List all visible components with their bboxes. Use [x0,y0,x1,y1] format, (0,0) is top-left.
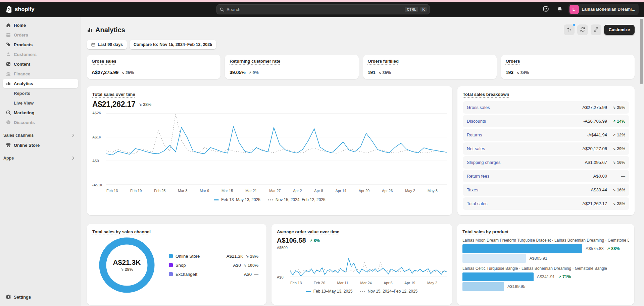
metric-title[interactable]: Returning customer rate [230,59,354,64]
aov-title[interactable]: Average order value over time [277,229,339,234]
sidebar-item-marketing[interactable]: Marketing [3,108,78,117]
solid-line-swatch [214,199,219,200]
account-menu[interactable]: L- Laihas Bohemian Dreami... [568,4,639,15]
aov-delta: ↗ 8% [309,238,320,243]
account-name: Laihas Bohemian Dreami... [582,7,635,12]
metric-title[interactable]: Orders [506,59,630,64]
breakdown-metric-link[interactable]: Taxes [467,187,478,192]
previous-period-bar-row: A$199.95 [462,282,629,291]
breakdown-metric-link[interactable]: Returns [467,132,482,137]
total-sales-line-chart [106,113,447,185]
sidebar-item-orders[interactable]: Orders [3,30,78,40]
fullscreen-button[interactable] [591,24,601,35]
sidebar-section-apps[interactable]: Apps [3,153,78,163]
sidebar-item-label: Settings [14,295,31,300]
channel-name: Online Store [176,254,200,259]
scrollbar[interactable] [640,19,643,304]
x-tick-label: Feb 13 [290,281,302,285]
y-tick-label: A$0 [92,159,99,163]
finance-icon [5,71,11,77]
breakdown-row-taxes: TaxesA$39.44↘ 16% [463,184,629,196]
sidebar-item-reports[interactable]: Reports [3,88,78,98]
orders-icon [5,32,11,38]
date-range-button[interactable]: Last 90 days [87,40,127,49]
product-name: Laihas Celtic Turquoise Bangle · Laihas … [462,266,629,271]
sidekick-button[interactable] [540,4,551,15]
metric-card-returning-customer-rate: Returning customer rate39.05%↗ 9% [225,55,358,79]
x-tick-label: Mar 24 [360,281,371,285]
customers-icon [5,52,11,57]
sidebar-item-live-view[interactable]: Live View [3,98,78,108]
metric-card-orders-fulfilled: Orders fulfilled191↘ 35% [363,55,497,79]
breakdown-metric-link[interactable]: Discounts [467,119,486,124]
page-title: Analytics [95,26,125,34]
previous-period-bar[interactable] [462,282,504,291]
metric-title[interactable]: Orders fulfilled [368,59,492,64]
current-period-bar[interactable] [462,244,582,253]
section-label: Sales channels [3,133,34,138]
notifications-button[interactable] [554,4,565,15]
x-tick-label: May 8 [428,189,438,193]
marketing-icon [5,110,11,116]
customize-button[interactable]: Customize [604,25,635,35]
channel-card-title[interactable]: Total sales by sales channel [92,229,151,234]
total-sales-chart-title[interactable]: Total sales over time [92,92,135,97]
breakdown-metric-link[interactable]: Return fees [467,174,489,179]
global-search[interactable]: CTRL K [216,4,430,14]
breakdown-metric-link[interactable]: Net sales [467,146,485,151]
y-tick-label: A$1K [92,135,101,139]
x-tick-label: Apr 26 [382,189,393,193]
channel-value: A$0 ↘ 100% [233,263,258,268]
bell-icon [557,6,563,13]
sidebar-item-label: Products [14,42,33,47]
aov-value: A$106.58 [277,237,306,244]
product-bars: Laihas Moon Dream Freeform Turquoise Bra… [462,238,629,291]
average-order-value-card: Average order value over time A$106.58 ↗… [271,224,452,305]
compare-to-button[interactable]: Compare to: Nov 15, 2024–Feb 12, 2025 [130,40,216,49]
sidebar-item-label: Home [14,23,26,28]
search-input[interactable] [227,7,403,12]
sidebar-item-settings[interactable]: Settings [3,292,78,302]
refresh-cycle-button[interactable] [577,24,588,35]
chevron-right-icon [71,133,76,138]
breakdown-row-gross-sales: Gross salesA$27,275.99↘ 25% [463,101,629,114]
breakdown-metric-link[interactable]: Shipping charges [467,160,500,165]
shopify-logo[interactable]: shopify [5,5,34,13]
channel-name: Shop [176,263,186,268]
breakdown-delta: ↘ 16% [607,188,625,192]
sidebar-item-analytics[interactable]: Analytics [3,79,78,88]
sidebar-item-online-store[interactable]: Online Store [3,140,78,150]
breakdown-value: -A$441.94 [587,132,607,137]
sidebar-section-sales-channels[interactable]: Sales channels [3,130,78,140]
current-period-bar-row: A$575.83↗ 88% [462,244,629,253]
previous-period-bar[interactable] [462,254,526,263]
current-period-bar[interactable] [462,272,534,281]
breakdown-metric-link[interactable]: Gross sales [467,105,490,110]
aov-line-chart [290,248,447,277]
x-tick-label: Mar 3 [178,189,187,193]
sidebar-item-products[interactable]: Products [3,40,78,49]
sparkline-chart [592,65,630,75]
sidebar-item-content[interactable]: Content [3,59,78,69]
breakdown-delta: ↗ 12% [607,133,625,137]
breakdown-metric-link[interactable]: Total sales [467,201,487,206]
bar-delta: ↗ 88% [607,246,620,251]
total-sales-value: A$21,262.17 [92,100,135,109]
breakdown-title[interactable]: Total sales breakdown [463,92,509,97]
sidebar-item-home[interactable]: Home [3,20,78,30]
product-card-title[interactable]: Total sales by product [462,229,508,234]
sparkline-chart [178,65,216,75]
scrollbar-thumb[interactable] [640,19,643,84]
sparkles-icon [566,27,572,33]
sidebar-item-customers[interactable]: Customers [3,50,78,59]
metric-title[interactable]: Gross sales [92,59,216,64]
sidebar-item-finance[interactable]: Finance [3,69,78,78]
breakdown-row-return-fees: Return feesA$0.00— [463,170,629,182]
metric-value: A$27,275.99 [92,70,118,75]
sidekick-icon [543,6,549,13]
page-header: Analytics [87,24,635,35]
cycle-icon [580,27,585,33]
sidebar-item-discounts[interactable]: Discounts [3,118,78,127]
breakdown-value: A$20,127.06 [582,146,607,151]
sidekick-insights-button[interactable] [564,24,575,35]
